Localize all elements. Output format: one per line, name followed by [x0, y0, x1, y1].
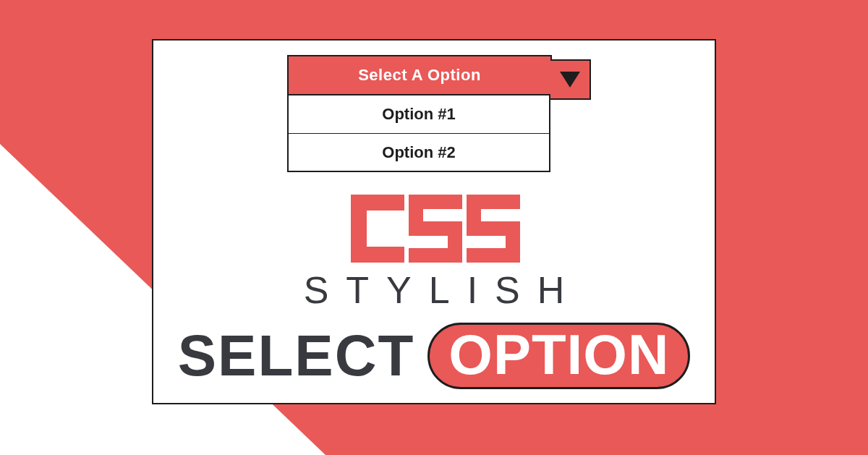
letter-s-icon — [409, 195, 462, 263]
watermark: WEBDEVTRICK.COM — [27, 425, 215, 439]
select-header[interactable]: Select A Option — [287, 55, 591, 95]
select-option[interactable]: Option #1 — [289, 95, 549, 133]
stylish-heading: STYLISH — [153, 268, 715, 312]
select-dropdown[interactable]: Select A Option Option #1 Option #2 — [287, 55, 591, 172]
tagline-option-pill: OPTION — [427, 323, 690, 389]
select-label[interactable]: Select A Option — [287, 55, 552, 95]
tagline: SELECT OPTION — [153, 323, 715, 389]
select-toggle-button[interactable] — [550, 59, 591, 100]
select-options-list: Option #1 Option #2 — [287, 95, 550, 172]
demo-panel: Select A Option Option #1 Option #2 STYL… — [152, 39, 716, 404]
chevron-down-icon — [560, 72, 580, 88]
css-wordmark — [351, 195, 520, 263]
tagline-select: SELECT — [178, 323, 415, 389]
letter-s-icon — [467, 195, 520, 263]
letter-c-icon — [351, 195, 404, 263]
select-option[interactable]: Option #2 — [289, 133, 549, 171]
